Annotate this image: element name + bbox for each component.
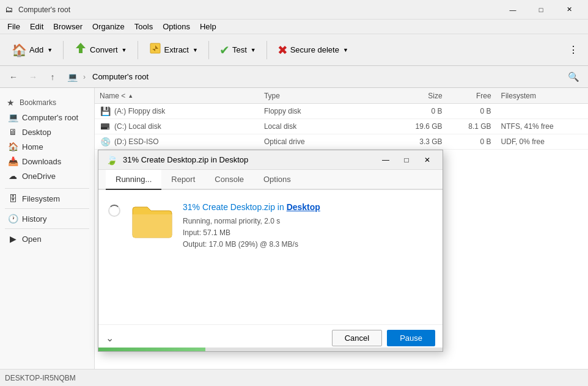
table-row[interactable]: (C:) Local disk Local disk 19.6 GB 8.1 G… [95, 119, 588, 134]
progress-title: 31% Create Desktop.zip in Desktop [183, 202, 433, 212]
add-label: Add [29, 45, 43, 54]
convert-icon [74, 42, 87, 58]
add-button[interactable]: 🏠 Add ▼ [5, 38, 59, 62]
file-list-header: Name < ▲ Type Size Free Filesystem [95, 88, 588, 104]
sidebar-item-home[interactable]: 🏠 Home [0, 139, 94, 154]
extract-button[interactable]: Extract ▼ [142, 38, 205, 62]
progress-info: 31% Create Desktop.zip in Desktop Runnin… [183, 202, 433, 251]
toolbar-divider-4 [266, 41, 267, 59]
sidebar-item-desktop[interactable]: 🖥 Desktop [0, 125, 94, 139]
table-row[interactable]: 💿 (D:) ESD-ISO Optical drive 3.3 GB 0 B … [95, 134, 588, 150]
filesystem-icon: 🗄 [7, 193, 18, 204]
sidebar-open-label: Open [22, 235, 42, 244]
modal-tab-running[interactable]: Running... [106, 170, 161, 190]
modal-title-bar: 🍃 31% Create Desktop.zip in Desktop — □ … [98, 150, 443, 170]
up-button[interactable]: ↑ [44, 68, 61, 86]
menu-options[interactable]: Options [158, 21, 195, 32]
test-icon: ✔ [219, 43, 230, 57]
file-type: Local disk [264, 122, 388, 131]
cancel-button[interactable]: Cancel [332, 330, 382, 346]
address-path[interactable]: Computer's root [88, 70, 561, 84]
col-header-free[interactable]: Free [443, 92, 491, 100]
col-header-fs[interactable]: Filesystem [491, 92, 583, 100]
modal-tab-options[interactable]: Options [254, 170, 301, 190]
file-size: 3.3 GB [388, 137, 443, 146]
modal-close-button[interactable]: ✕ [419, 152, 435, 168]
progress-detail-line2: Input: 57.1 MB [183, 227, 433, 239]
test-dropdown-arrow: ▼ [251, 47, 256, 53]
close-button[interactable]: ✕ [555, 0, 583, 20]
toolbar-divider-2 [138, 41, 138, 59]
file-size: 19.6 GB [388, 122, 443, 131]
pause-button[interactable]: Pause [387, 330, 435, 346]
convert-button[interactable]: Convert ▼ [67, 38, 133, 62]
extract-icon [149, 42, 162, 58]
title-bar: 🗂 Computer's root — □ ✕ [0, 0, 588, 20]
menu-help[interactable]: Help [195, 21, 221, 32]
sidebar-item-filesystem[interactable]: 🗄 Filesystem [0, 191, 94, 206]
file-type: Floppy disk [264, 107, 388, 115]
delete-button[interactable]: ✖ Secure delete ▼ [271, 38, 355, 62]
delete-dropdown-arrow: ▼ [343, 47, 348, 53]
file-name: (C:) Local disk [114, 122, 161, 131]
progress-detail: Running, normal priority, 2.0 s Input: 5… [183, 216, 433, 251]
extract-label: Extract [164, 45, 189, 54]
expand-chevron[interactable]: ⌄ [106, 332, 114, 344]
menu-browser[interactable]: Browser [48, 21, 87, 32]
sidebar-item-onedrive[interactable]: ☁ OneDrive [0, 169, 94, 183]
history-icon: 🕐 [7, 213, 18, 224]
search-button[interactable]: 🔍 [564, 68, 583, 86]
modal-tab-console[interactable]: Console [205, 170, 254, 190]
sidebar-item-open[interactable]: ▶ Open [0, 231, 94, 246]
col-header-type[interactable]: Type [264, 92, 388, 100]
sidebar-item-history[interactable]: 🕐 History [0, 211, 94, 226]
modal-dialog: 🍃 31% Create Desktop.zip in Desktop — □ … [98, 150, 443, 352]
modal-title: 31% Create Desktop.zip in Desktop [123, 155, 373, 164]
table-row[interactable]: 💾 (A:) Floppy disk Floppy disk 0 B 0 B [95, 104, 588, 119]
modal-tab-report[interactable]: Report [161, 170, 205, 190]
path-root: Computer's root [92, 72, 149, 81]
menu-tools[interactable]: Tools [130, 21, 158, 32]
col-header-size[interactable]: Size [388, 92, 443, 100]
toolbar-more-button[interactable]: ⋮ [564, 42, 583, 58]
downloads-icon: 📥 [7, 156, 18, 167]
menu-edit[interactable]: Edit [25, 21, 48, 32]
progress-bar-fill [98, 348, 205, 351]
add-icon: 🏠 [12, 43, 27, 57]
progress-detail-line1: Running, normal priority, 2.0 s [183, 216, 433, 227]
bookmarks-label: Bookmarks [20, 98, 56, 107]
maximize-button[interactable]: □ [527, 0, 555, 20]
delete-icon: ✖ [277, 43, 288, 57]
menu-file[interactable]: File [2, 21, 25, 32]
modal-minimize-button[interactable]: — [378, 152, 394, 168]
convert-dropdown-arrow: ▼ [122, 47, 127, 53]
modal-icon: 🍃 [106, 154, 118, 166]
folder-icon-big [130, 202, 173, 239]
file-type: Optical drive [264, 137, 388, 146]
svg-point-5 [108, 128, 109, 129]
progress-title-prefix: 31% Create Desktop.zip in [183, 202, 287, 212]
svg-marker-0 [76, 43, 86, 53]
progress-bar-container [98, 348, 443, 351]
file-name: (D:) ESD-ISO [114, 137, 159, 146]
forward-button[interactable]: → [24, 68, 42, 86]
menu-bar: File Edit Browser Organize Tools Options… [0, 20, 588, 34]
menu-organize[interactable]: Organize [87, 21, 130, 32]
file-fs: NTFS, 41% free [491, 122, 583, 131]
sidebar-item-downloads[interactable]: 📥 Downloads [0, 154, 94, 169]
spinner [108, 205, 120, 217]
window-title: Computer's root [18, 5, 499, 14]
window-controls: — □ ✕ [499, 0, 583, 20]
modal-tabs: Running... Report Console Options [98, 170, 443, 190]
test-button[interactable]: ✔ Test ▼ [213, 38, 263, 62]
optical-drive-icon: 💿 [100, 136, 111, 147]
minimize-button[interactable]: — [499, 0, 527, 20]
pc-button[interactable]: 💻 [64, 68, 81, 86]
sidebar-onedrive-label: OneDrive [22, 172, 56, 181]
col-header-name[interactable]: Name < ▲ [100, 92, 264, 100]
computer-root-icon: 💻 [7, 112, 18, 123]
back-button[interactable]: ← [5, 68, 22, 86]
sidebar-item-computer-root[interactable]: 💻 Computer's root [0, 110, 94, 125]
modal-maximize-button[interactable]: □ [399, 152, 414, 168]
sidebar-sep-1 [5, 188, 89, 189]
